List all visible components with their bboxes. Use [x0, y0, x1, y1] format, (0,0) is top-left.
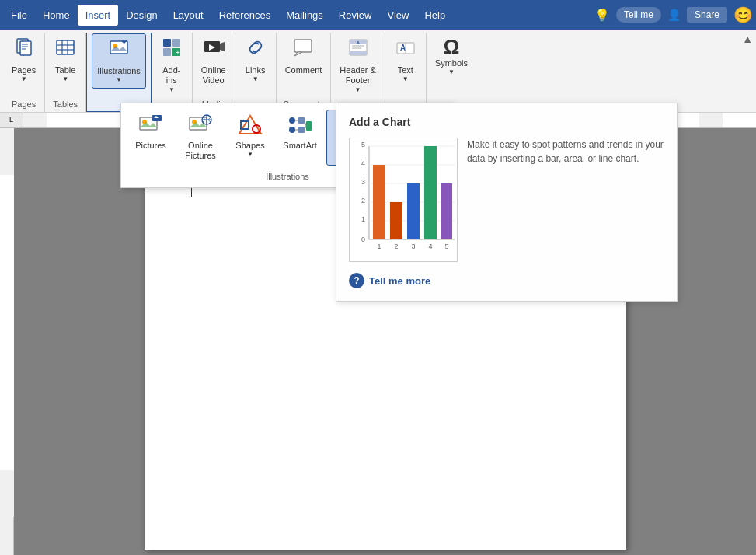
symbols-icon: Ω — [443, 37, 459, 57]
svg-line-48 — [305, 126, 306, 130]
svg-rect-44 — [306, 121, 312, 131]
onlinevideo-button[interactable]: OnlineVideo — [196, 33, 232, 90]
svg-rect-86 — [0, 175, 14, 470]
svg-text:4: 4 — [361, 159, 365, 167]
links-icon — [245, 37, 267, 64]
tell-me-box[interactable]: Tell me — [616, 7, 661, 23]
pictures-icon — [138, 113, 163, 141]
onlinevideo-icon — [203, 37, 225, 64]
pages-label: Pages — [12, 65, 36, 75]
svg-text:2: 2 — [394, 243, 398, 250]
share-button[interactable]: Share — [687, 7, 727, 23]
headerfooter-label: Header &Footer — [340, 65, 375, 86]
links-arrow: ▼ — [253, 75, 259, 83]
svg-rect-76 — [424, 146, 437, 239]
svg-text:4: 4 — [428, 243, 432, 250]
ribbon: Pages ▼ Pages — [0, 30, 756, 113]
text-label: Text — [398, 65, 413, 75]
ribbon-content: Pages ▼ Pages — [0, 30, 756, 112]
vertical-ruler — [0, 128, 14, 555]
ribbon-group-pages: Pages ▼ Pages — [3, 33, 45, 112]
menu-help[interactable]: Help — [416, 5, 453, 26]
svg-rect-2 — [57, 40, 74, 54]
text-button[interactable]: A Text ▼ — [388, 33, 423, 88]
svg-rect-1 — [20, 41, 31, 55]
shapes-label: Shapes — [235, 141, 264, 151]
svg-rect-11 — [172, 39, 180, 47]
menu-insert[interactable]: Insert — [78, 5, 119, 26]
svg-rect-75 — [407, 183, 420, 239]
ribbon-collapse-button[interactable]: ▲ — [742, 33, 753, 45]
ribbon-group-illustrations: Illustrations ▼ — [86, 33, 152, 112]
tell-more-link[interactable]: ? Tell me more — [349, 273, 664, 288]
onlinepictures-button[interactable]: OnlinePictures — [177, 110, 224, 166]
svg-rect-73 — [373, 165, 385, 239]
svg-text:1: 1 — [377, 243, 381, 250]
menu-bar: File Home Insert Design Layout Reference… — [0, 0, 756, 30]
headerfooter-icon: A — [347, 37, 369, 64]
menu-layout[interactable]: Layout — [165, 5, 211, 26]
question-icon: ? — [349, 273, 364, 288]
chart-tooltip-body: 0 1 2 3 4 5 — [349, 138, 664, 262]
svg-rect-40 — [289, 117, 295, 124]
svg-rect-77 — [441, 183, 452, 239]
menu-file[interactable]: File — [3, 5, 35, 26]
onlinepictures-label: OnlinePictures — [185, 141, 216, 161]
illustrations-icon — [108, 37, 130, 65]
menu-home[interactable]: Home — [35, 5, 78, 26]
smartart-button[interactable]: SmartArt — [277, 110, 323, 166]
svg-text:5: 5 — [361, 141, 365, 148]
chart-tooltip-title: Add a Chart — [349, 116, 664, 128]
illustrations-label: Illustrations — [97, 66, 141, 76]
svg-rect-41 — [289, 127, 295, 133]
ribbon-group-addins: + Add-ins ▼ — [152, 33, 193, 112]
menu-design[interactable]: Design — [118, 5, 165, 26]
svg-line-47 — [305, 120, 306, 126]
table-button[interactable]: Table ▼ — [48, 33, 82, 88]
illustrations-button[interactable]: Illustrations ▼ — [92, 33, 146, 89]
ribbon-group-symbols: Ω Symbols ▼ — [427, 33, 476, 112]
svg-rect-22 — [350, 51, 367, 55]
menu-mailings[interactable]: Mailings — [278, 5, 331, 26]
symbols-label: Symbols — [435, 58, 468, 68]
menu-review[interactable]: Review — [331, 5, 380, 26]
lightbulb-icon: 💡 — [594, 8, 610, 23]
menu-view[interactable]: View — [379, 5, 416, 26]
table-label: Table — [55, 65, 75, 75]
onlinepictures-icon — [188, 113, 213, 141]
tables-group-label: Tables — [48, 98, 82, 112]
addins-arrow: ▼ — [169, 86, 175, 94]
ribbon-group-headerfooter: A Header &Footer ▼ — [331, 33, 385, 112]
pictures-label: Pictures — [135, 141, 166, 151]
links-label: Links — [246, 65, 266, 75]
tell-more-label: Tell me more — [369, 275, 430, 287]
illustrations-arrow: ▼ — [116, 76, 122, 84]
comment-button[interactable]: Comment — [280, 33, 328, 79]
addins-button[interactable]: + Add-ins ▼ — [155, 33, 189, 98]
svg-rect-18 — [294, 40, 312, 52]
comment-label: Comment — [285, 65, 322, 75]
links-button[interactable]: Links ▼ — [239, 33, 273, 88]
smartart-label: SmartArt — [283, 141, 316, 151]
shapes-arrow: ▼ — [247, 151, 253, 159]
pages-icon — [13, 37, 35, 64]
svg-text:0: 0 — [361, 236, 365, 243]
svg-text:5: 5 — [444, 243, 448, 250]
headerfooter-button[interactable]: A Header &Footer ▼ — [334, 33, 381, 98]
ribbon-group-media: OnlineVideo Media — [193, 33, 235, 112]
table-arrow: ▼ — [62, 75, 68, 83]
ribbon-group-text: A Text ▼ — [385, 33, 427, 112]
svg-rect-10 — [163, 39, 171, 47]
svg-marker-19 — [294, 52, 302, 56]
ruler-corner: L — [0, 113, 23, 127]
pictures-button[interactable]: Pictures — [127, 110, 174, 166]
shapes-button[interactable]: Shapes ▼ — [227, 110, 273, 166]
menu-references[interactable]: References — [211, 5, 278, 26]
text-arrow: ▼ — [402, 75, 409, 83]
pages-button[interactable]: Pages ▼ — [6, 33, 41, 88]
symbols-button[interactable]: Ω Symbols ▼ — [430, 33, 473, 81]
menu-bar-right: 💡 Tell me 👤 Share 😊 — [594, 5, 753, 24]
user-icon: 👤 — [667, 9, 681, 21]
onlinevideo-label: OnlineVideo — [201, 65, 226, 86]
svg-rect-42 — [298, 117, 305, 124]
